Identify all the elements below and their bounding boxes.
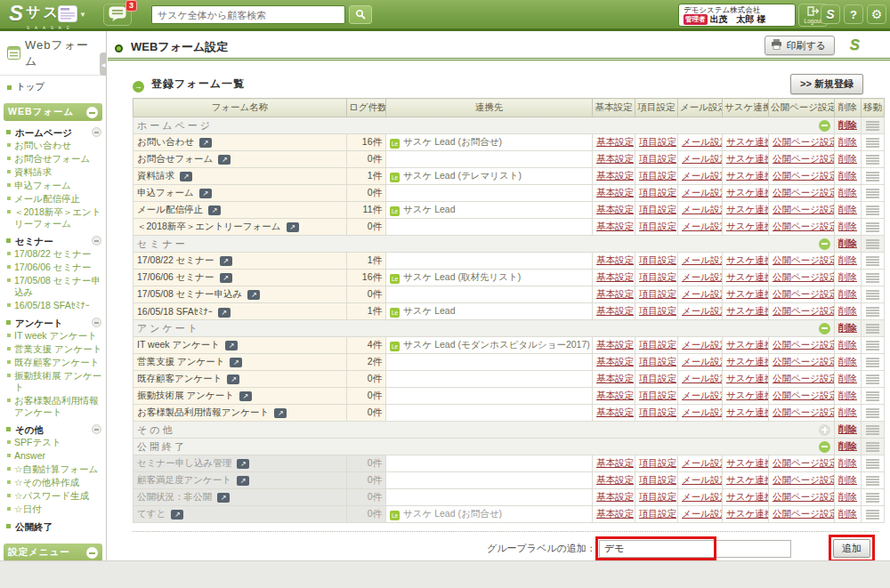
mail-settings-link[interactable]: メール設定	[682, 170, 723, 181]
mail-settings-link[interactable]: メール設定	[682, 254, 723, 265]
external-link-icon[interactable]: ↗	[225, 341, 238, 350]
sasuke-integration-link[interactable]: サスケ連携	[726, 339, 769, 350]
field-settings-link[interactable]: 項目設定	[639, 339, 676, 350]
delete-link[interactable]: 削除	[838, 204, 857, 214]
public-page-settings-link[interactable]: 公開ページ設定	[773, 136, 835, 147]
collapse-section-icon[interactable]	[86, 547, 98, 559]
sasuke-integration-link[interactable]: サスケ連携	[726, 221, 769, 231]
drag-handle-icon[interactable]	[866, 172, 879, 181]
delete-link[interactable]: 削除	[838, 187, 857, 197]
basic-settings-link[interactable]: 基本設定	[596, 153, 634, 164]
notebook-menu-button[interactable]: ▼	[57, 4, 87, 26]
sidebar-collapse-tab[interactable]: ◀	[100, 52, 107, 76]
basic-settings-link[interactable]: 基本設定	[596, 221, 634, 231]
collapse-group-icon[interactable]	[92, 318, 101, 327]
sasuke-integration-link[interactable]: サスケ連携	[726, 457, 769, 468]
field-settings-link[interactable]: 項目設定	[639, 288, 676, 299]
field-settings-link[interactable]: 項目設定	[639, 356, 676, 366]
group-delete-link[interactable]: 削除	[838, 322, 857, 333]
sasuke-integration-link[interactable]: サスケ連携	[726, 136, 769, 147]
sasuke-integration-link[interactable]: サスケ連携	[726, 356, 769, 366]
sasuke-integration-link[interactable]: サスケ連携	[726, 305, 769, 316]
sidebar-item[interactable]: ☆自動計算フォーム	[0, 463, 106, 476]
collapse-group-icon[interactable]	[92, 424, 101, 434]
print-button[interactable]: 印刷する	[765, 36, 835, 55]
sidebar-item[interactable]: 17/06/06 セミナー	[0, 261, 106, 274]
sidebar-item-top[interactable]: トップ	[0, 76, 106, 98]
drag-handle-icon[interactable]	[866, 493, 879, 503]
delete-link[interactable]: 削除	[838, 153, 857, 164]
field-settings-link[interactable]: 項目設定	[639, 508, 676, 519]
search-button[interactable]	[349, 5, 372, 24]
sasuke-integration-link[interactable]: サスケ連携	[726, 390, 769, 400]
sidebar-item[interactable]: 申込フォーム	[0, 179, 106, 192]
add-group-button[interactable]: 追加	[833, 539, 870, 558]
delete-link[interactable]: 削除	[838, 390, 857, 400]
drag-handle-icon[interactable]	[866, 290, 879, 300]
sidebar-item[interactable]: ＜2018新卒＞エントリーフォーム	[0, 205, 106, 230]
field-settings-link[interactable]: 項目設定	[639, 457, 676, 468]
mail-settings-link[interactable]: メール設定	[682, 153, 723, 164]
settings-button[interactable]: ⚙	[867, 4, 886, 24]
sidebar-item[interactable]: 振動技術展 アンケート	[0, 369, 106, 394]
drag-handle-icon[interactable]	[866, 341, 879, 350]
external-link-icon[interactable]: ↗	[237, 476, 249, 486]
sidebar-item[interactable]: ☆パスワード生成	[0, 489, 106, 503]
expand-group-icon[interactable]	[819, 424, 830, 436]
field-settings-link[interactable]: 項目設定	[639, 187, 676, 197]
new-registration-button[interactable]: >> 新規登録	[790, 74, 863, 94]
drag-handle-icon[interactable]	[866, 375, 879, 384]
sidebar-item[interactable]: 16/05/18 SFAｾﾐﾅｰ	[0, 299, 106, 312]
sidebar-group-label[interactable]: セミナー	[0, 234, 106, 247]
public-page-settings-link[interactable]: 公開ページ設定	[773, 491, 835, 502]
drag-handle-icon[interactable]	[866, 121, 879, 131]
drag-handle-icon[interactable]	[866, 256, 879, 266]
public-page-settings-link[interactable]: 公開ページ設定	[773, 356, 835, 366]
sasuke-integration-link[interactable]: サスケ連携	[726, 271, 769, 282]
field-settings-link[interactable]: 項目設定	[639, 170, 676, 181]
sasuke-integration-link[interactable]: サスケ連携	[726, 491, 769, 502]
basic-settings-link[interactable]: 基本設定	[596, 356, 634, 366]
collapse-section-icon[interactable]	[86, 107, 98, 118]
public-page-settings-link[interactable]: 公開ページ設定	[773, 457, 835, 468]
external-link-icon[interactable]: ↗	[199, 189, 212, 198]
mail-settings-link[interactable]: メール設定	[682, 390, 723, 400]
group-delete-link[interactable]: 削除	[838, 119, 857, 130]
mail-settings-link[interactable]: メール設定	[682, 491, 723, 502]
sidebar-item[interactable]: メール配信停止	[0, 192, 106, 205]
sasuke-integration-link[interactable]: サスケ連携	[726, 508, 769, 519]
delete-link[interactable]: 削除	[838, 474, 857, 485]
sasuke-integration-link[interactable]: サスケ連携	[726, 474, 769, 485]
delete-link[interactable]: 削除	[838, 407, 857, 417]
public-page-settings-link[interactable]: 公開ページ設定	[773, 170, 835, 181]
group-delete-link[interactable]: 削除	[838, 238, 857, 248]
collapse-group-icon[interactable]	[819, 238, 830, 250]
public-page-settings-link[interactable]: 公開ページ設定	[773, 407, 835, 417]
delete-link[interactable]: 削除	[838, 136, 857, 147]
basic-settings-link[interactable]: 基本設定	[596, 288, 634, 299]
group-delete-link[interactable]: 削除	[838, 440, 857, 451]
drag-handle-icon[interactable]	[866, 442, 879, 452]
drag-handle-icon[interactable]	[866, 307, 879, 317]
field-settings-link[interactable]: 項目設定	[639, 221, 676, 231]
field-settings-link[interactable]: 項目設定	[639, 305, 676, 316]
group-label-input[interactable]	[599, 540, 791, 558]
external-link-icon[interactable]: ↗	[208, 205, 221, 215]
drag-handle-icon[interactable]	[866, 205, 879, 215]
sidebar-item[interactable]: 資料請求	[0, 165, 106, 179]
sasuke-home-button[interactable]: S	[821, 4, 840, 24]
field-settings-link[interactable]: 項目設定	[639, 271, 676, 282]
delete-link[interactable]: 削除	[838, 508, 857, 519]
sasuke-integration-link[interactable]: サスケ連携	[726, 373, 769, 383]
mail-settings-link[interactable]: メール設定	[682, 457, 723, 468]
sidebar-group-label[interactable]: 公開終了	[0, 520, 106, 533]
mail-settings-link[interactable]: メール設定	[682, 356, 723, 366]
drag-handle-icon[interactable]	[866, 189, 879, 198]
sidebar-item[interactable]: ☆日付	[0, 503, 106, 516]
drag-handle-icon[interactable]	[866, 459, 879, 469]
collapse-group-icon[interactable]	[92, 127, 101, 137]
sidebar-item[interactable]: お問合せフォーム	[0, 152, 106, 165]
delete-link[interactable]: 削除	[838, 339, 857, 350]
delete-link[interactable]: 削除	[838, 271, 857, 282]
messages-button[interactable]: 3	[103, 4, 132, 26]
